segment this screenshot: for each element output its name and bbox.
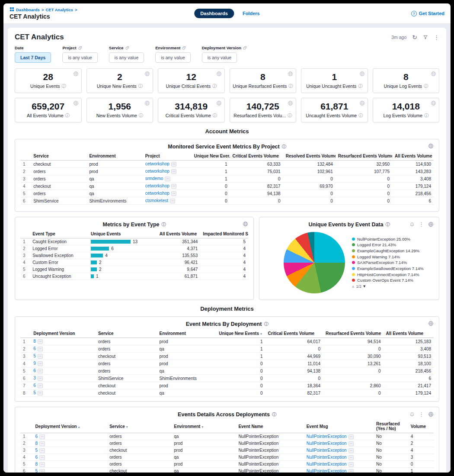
more-actions-icon[interactable]: ⋯ xyxy=(171,162,177,167)
more-actions-icon[interactable]: ⋯ xyxy=(348,455,354,460)
info-icon[interactable]: ⓘ xyxy=(282,144,286,150)
more-actions-icon[interactable]: ⋯ xyxy=(348,469,354,473)
version-link[interactable]: 6 xyxy=(33,368,36,373)
column-header-service[interactable]: Service▾ xyxy=(107,420,171,433)
column-header-unique-events[interactable]: Unique Events xyxy=(88,230,157,238)
more-actions-icon[interactable]: ⋯ xyxy=(39,469,45,473)
more-actions-icon[interactable]: ⋯ xyxy=(38,339,43,344)
sort-down-icon[interactable]: ▾ xyxy=(260,332,262,336)
refresh-icon[interactable]: ↻ xyxy=(412,34,417,41)
info-icon[interactable]: ⓘ xyxy=(288,83,293,89)
column-header-environment[interactable]: Environment xyxy=(157,330,217,338)
info-icon[interactable]: ⓘ xyxy=(358,113,363,119)
info-icon[interactable]: ⓘ xyxy=(385,222,390,228)
info-icon[interactable]: ⓘ xyxy=(138,83,143,89)
globe-icon[interactable] xyxy=(73,71,79,77)
drill-link[interactable]: NullPointerException xyxy=(307,462,347,466)
more-actions-icon[interactable]: ⋯ xyxy=(348,462,354,467)
more-actions-icon[interactable]: ⋯ xyxy=(38,383,43,388)
globe-icon[interactable] xyxy=(288,71,293,77)
column-header-impacted-monitored-services[interactable]: Impacted Monitored Services xyxy=(200,230,248,238)
more-actions-icon[interactable]: ⋯ xyxy=(171,169,177,174)
more-actions-icon[interactable]: ⋯ xyxy=(38,347,43,351)
more-actions-icon[interactable]: ⋯ xyxy=(171,184,177,189)
globe-icon[interactable] xyxy=(73,100,79,106)
bell-icon[interactable] xyxy=(409,222,415,227)
kebab-menu-icon[interactable]: ⋮ xyxy=(419,221,424,228)
drill-link[interactable]: cetworkshop xyxy=(145,183,169,188)
version-link[interactable]: 9 xyxy=(33,361,36,366)
version-link[interactable]: 6 xyxy=(35,434,38,439)
version-link[interactable]: 5 xyxy=(35,469,38,473)
globe-icon[interactable] xyxy=(144,100,150,106)
version-link[interactable]: 5 xyxy=(33,354,36,358)
legend-page-down-icon[interactable]: ▼ xyxy=(363,285,365,288)
column-header-all-events-volume[interactable]: All Events Volume xyxy=(384,330,434,338)
version-link[interactable]: 6 xyxy=(35,455,38,460)
column-header-deployment-version[interactable]: Deployment Version▴ xyxy=(33,420,107,433)
legend-item[interactable]: SAXParseException 7.14% xyxy=(352,261,431,265)
drill-link[interactable]: NullPointerException xyxy=(307,469,347,473)
tab-dashboards[interactable]: Dashboards xyxy=(194,9,234,18)
pie-chart[interactable] xyxy=(284,232,345,293)
legend-page-up-icon[interactable]: ▲ xyxy=(352,285,354,288)
legend-item[interactable]: Logged Error 21.43% xyxy=(352,243,431,248)
filter-chip-environment[interactable]: is any value xyxy=(155,52,190,63)
more-actions-icon[interactable]: ⋯ xyxy=(348,434,354,439)
globe-icon[interactable] xyxy=(428,222,434,227)
drill-link[interactable]: ctsmoketest xyxy=(145,198,168,203)
filter-chip-project[interactable]: is any value xyxy=(62,52,97,63)
info-icon[interactable]: ⓘ xyxy=(162,222,166,228)
breadcrumb-cet-analytics[interactable]: CET Analytics xyxy=(45,7,73,12)
more-actions-icon[interactable]: ⋯ xyxy=(39,448,45,453)
info-icon[interactable]: ⓘ xyxy=(213,113,217,119)
legend-item[interactable]: ExampleCaughtException 14.29% xyxy=(352,249,431,254)
column-header-unique-new-events[interactable]: Unique New Events▾ xyxy=(216,330,265,338)
legend-item[interactable]: NullPointerException 25.00% xyxy=(352,237,431,242)
drill-link[interactable]: cetworkshop xyxy=(145,161,169,166)
more-actions-icon[interactable]: ⋯ xyxy=(165,177,170,181)
version-link[interactable]: 6 xyxy=(33,346,36,351)
more-actions-icon[interactable]: ⋯ xyxy=(39,455,45,460)
more-actions-icon[interactable]: ⋯ xyxy=(348,441,354,446)
version-link[interactable]: 5 xyxy=(35,448,38,453)
drill-link[interactable]: srmdemo xyxy=(145,176,163,181)
drill-link[interactable]: NullPointerException xyxy=(307,441,347,446)
globe-icon[interactable] xyxy=(428,412,434,417)
tab-folders[interactable]: Folders xyxy=(243,11,260,16)
globe-icon[interactable] xyxy=(216,71,222,77)
more-actions-icon[interactable]: ⋯ xyxy=(39,462,45,467)
version-link[interactable]: 8 xyxy=(35,441,38,446)
info-icon[interactable]: ⓘ xyxy=(139,113,143,119)
info-icon[interactable]: ⓘ xyxy=(264,321,268,327)
info-icon[interactable]: ⓘ xyxy=(358,83,362,89)
globe-icon[interactable] xyxy=(359,100,365,106)
info-icon[interactable]: ⓘ xyxy=(61,83,66,89)
version-link[interactable]: 8 xyxy=(35,462,38,466)
column-header-all-events-volume[interactable]: All Events Volume xyxy=(392,152,434,161)
column-header-event-msg[interactable]: Event Msg xyxy=(304,420,374,433)
more-actions-icon[interactable]: ⋯ xyxy=(171,191,177,196)
column-header-environment[interactable]: Environment xyxy=(86,152,142,161)
info-icon[interactable]: ⓘ xyxy=(65,113,70,119)
globe-icon[interactable] xyxy=(431,71,436,77)
more-actions-icon[interactable]: ⋯ xyxy=(38,369,43,373)
drill-link[interactable]: NullPointerException xyxy=(307,434,347,439)
column-header-service[interactable]: Service xyxy=(31,152,86,161)
column-header-resurfaced-events-volume[interactable]: Resurfaced Events Volume xyxy=(336,152,392,161)
column-header-unique-new-ever[interactable]: Unique New Ever...▾ xyxy=(192,152,230,161)
drill-link[interactable]: NullPointerException xyxy=(307,455,347,460)
column-header-volume[interactable]: Volume xyxy=(408,420,434,433)
info-icon[interactable]: ⓘ xyxy=(424,113,428,119)
info-icon[interactable]: ⓘ xyxy=(272,412,276,418)
column-header-service[interactable]: Service xyxy=(96,330,157,338)
info-icon[interactable]: ⓘ xyxy=(212,83,217,89)
column-header-environment[interactable]: Environment▾ xyxy=(171,420,236,433)
more-actions-icon[interactable]: ⋯ xyxy=(39,434,45,439)
column-header-critical-events-volume[interactable]: Critical Events Volume xyxy=(265,330,323,338)
bell-icon[interactable] xyxy=(409,412,415,417)
legend-item[interactable]: Logged Warning 7.14% xyxy=(352,255,431,260)
globe-icon[interactable] xyxy=(216,100,222,106)
breadcrumb-dashboards[interactable]: Dashboards xyxy=(16,7,40,12)
more-actions-icon[interactable]: ⋯ xyxy=(38,391,43,396)
